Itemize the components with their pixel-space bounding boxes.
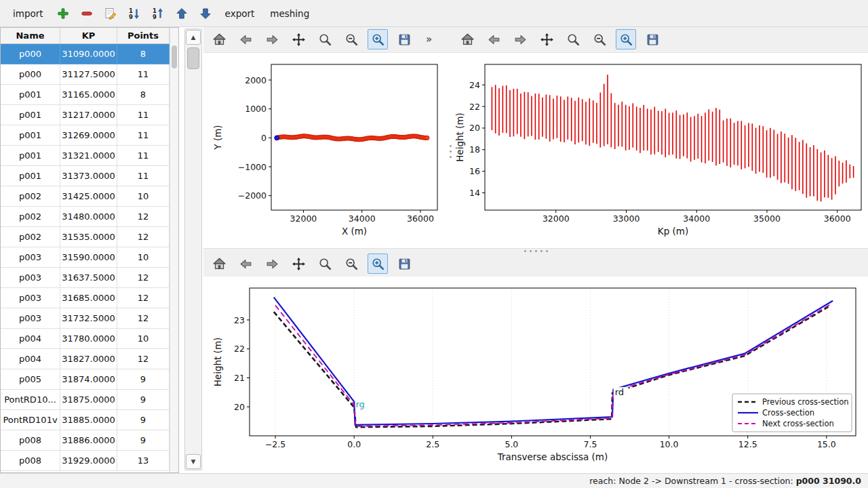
- zoom-button[interactable]: [315, 253, 335, 274]
- table-row[interactable]: PontRD10...31875.00009: [1, 390, 170, 410]
- table-cell[interactable]: 10: [117, 247, 170, 268]
- zoom-out-button[interactable]: [341, 253, 361, 274]
- table-cell[interactable]: 31425.0000: [60, 186, 117, 207]
- forward-button[interactable]: [262, 253, 282, 274]
- table-cell[interactable]: 31127.5000: [60, 64, 117, 85]
- table-cell[interactable]: 31165.0000: [60, 85, 117, 105]
- table-row[interactable]: p00431827.000012: [1, 349, 170, 369]
- home-button[interactable]: [209, 253, 229, 274]
- table-cell[interactable]: p002: [1, 227, 60, 247]
- save-button[interactable]: [394, 29, 414, 49]
- zoom-in-button[interactable]: [368, 253, 388, 274]
- sort-ascending-button[interactable]: 19: [125, 5, 143, 22]
- table-cell[interactable]: 11: [117, 105, 170, 125]
- table-row[interactable]: p00331732.500012: [1, 308, 170, 329]
- table-cell[interactable]: 31875.0000: [60, 390, 117, 410]
- forward-button[interactable]: [262, 29, 282, 49]
- table-cell[interactable]: 8: [117, 44, 170, 64]
- table-cell[interactable]: 31685.0000: [60, 288, 117, 308]
- table-cell[interactable]: p002: [1, 186, 60, 207]
- zoom-out-button[interactable]: [589, 29, 610, 49]
- table-row[interactable]: p00131321.000011: [1, 146, 170, 166]
- table-cell[interactable]: p001: [1, 85, 60, 105]
- table-cell[interactable]: 11: [117, 64, 170, 85]
- zoom-in-button[interactable]: [368, 29, 388, 49]
- table-cell[interactable]: 31535.0000: [60, 227, 117, 247]
- table-cell[interactable]: 13: [117, 451, 170, 471]
- vertical-splitter[interactable]: [448, 54, 453, 248]
- table-cell[interactable]: 31321.0000: [60, 146, 117, 166]
- table-cell[interactable]: 9: [117, 369, 170, 390]
- table-cell[interactable]: PontRD10...: [1, 390, 60, 410]
- table-cell[interactable]: 31217.0000: [60, 105, 117, 125]
- table-cell[interactable]: 9: [117, 390, 170, 410]
- edit-section-button[interactable]: [102, 5, 119, 22]
- table-row[interactable]: p00331590.000010: [1, 247, 170, 268]
- table-cell[interactable]: 31373.0000: [60, 166, 117, 186]
- table-row[interactable]: p00531874.00009: [1, 369, 170, 390]
- table-row[interactable]: p00131217.000011: [1, 105, 170, 125]
- add-section-button[interactable]: [54, 5, 72, 22]
- table-row[interactable]: p00231425.000010: [1, 186, 170, 207]
- table-cell[interactable]: 10: [117, 329, 170, 349]
- scrollbar-thumb[interactable]: [187, 47, 199, 69]
- table-cell[interactable]: 8: [117, 85, 170, 105]
- zoom-button[interactable]: [563, 29, 583, 49]
- zoom-out-button[interactable]: [341, 29, 361, 49]
- pan-button[interactable]: [288, 253, 309, 274]
- xy-plot-canvas[interactable]: 320003400036000200010000−1000−2000X (m)Y…: [203, 54, 448, 248]
- table-cell[interactable]: p002: [1, 207, 60, 227]
- table-row[interactable]: p00331637.500012: [1, 268, 170, 288]
- table-cell[interactable]: 31874.0000: [60, 369, 117, 390]
- table-row[interactable]: p00131165.00008: [1, 85, 170, 105]
- table-row[interactable]: p00231480.000012: [1, 207, 170, 227]
- table-row[interactable]: p00131373.000011: [1, 166, 170, 186]
- table-cell[interactable]: 12: [117, 268, 170, 288]
- table-cell[interactable]: p004: [1, 349, 60, 369]
- table-cell[interactable]: p001: [1, 105, 60, 125]
- home-button[interactable]: [209, 29, 229, 49]
- table-cell[interactable]: p004: [1, 329, 60, 349]
- table-cell[interactable]: 31732.5000: [60, 308, 117, 329]
- table-row[interactable]: PontRD101v31885.00009: [1, 410, 170, 430]
- table-row[interactable]: p00031127.500011: [1, 64, 170, 85]
- table-row[interactable]: p00231535.000012: [1, 227, 170, 247]
- table-cell[interactable]: 31929.0000: [60, 451, 117, 471]
- cross-section-canvas[interactable]: rgrd−2.50.02.55.07.510.012.515.020212223…: [203, 278, 868, 473]
- save-button[interactable]: [394, 253, 414, 274]
- home-button[interactable]: [457, 29, 477, 49]
- zoom-in-button[interactable]: [616, 29, 636, 49]
- column-header-name[interactable]: Name: [1, 28, 60, 43]
- table-cell[interactable]: p003: [1, 247, 60, 268]
- table-cell[interactable]: 9: [117, 410, 170, 430]
- table-cell[interactable]: 31590.0000: [60, 247, 117, 268]
- table-cell[interactable]: p003: [1, 288, 60, 308]
- back-button[interactable]: [484, 29, 504, 49]
- table-cell[interactable]: 11: [117, 146, 170, 166]
- table-cell[interactable]: 12: [117, 227, 170, 247]
- zoom-button[interactable]: [315, 29, 335, 49]
- table-cell[interactable]: p001: [1, 146, 60, 166]
- table-cell[interactable]: 11: [117, 166, 170, 186]
- table-cell[interactable]: 11: [117, 125, 170, 146]
- table-cell[interactable]: 12: [117, 288, 170, 308]
- scrollbar-thumb[interactable]: [172, 45, 177, 68]
- scroll-up-button[interactable]: ▲: [186, 30, 201, 45]
- panel-scrollbar[interactable]: ▲ ▼: [184, 28, 202, 470]
- table-cell[interactable]: 31827.0000: [60, 349, 117, 369]
- toolbar-overflow-chevron[interactable]: »: [426, 33, 432, 45]
- table-cell[interactable]: 31090.0000: [60, 44, 117, 64]
- table-cell[interactable]: 31480.0000: [60, 207, 117, 227]
- table-row[interactable]: p00031090.00008: [1, 44, 170, 64]
- table-cell[interactable]: p003: [1, 268, 60, 288]
- table-cell[interactable]: p008: [1, 430, 60, 451]
- move-down-button[interactable]: [197, 5, 214, 22]
- move-up-button[interactable]: [173, 5, 191, 22]
- table-cell[interactable]: 12: [117, 207, 170, 227]
- table-row[interactable]: p00831929.000013: [1, 451, 170, 471]
- table-cell[interactable]: PontRD101v: [1, 410, 60, 430]
- pan-button[interactable]: [288, 29, 309, 49]
- table-cell[interactable]: p001: [1, 166, 60, 186]
- table-row[interactable]: p00831886.00009: [1, 430, 170, 451]
- table-cell[interactable]: 12: [117, 308, 170, 329]
